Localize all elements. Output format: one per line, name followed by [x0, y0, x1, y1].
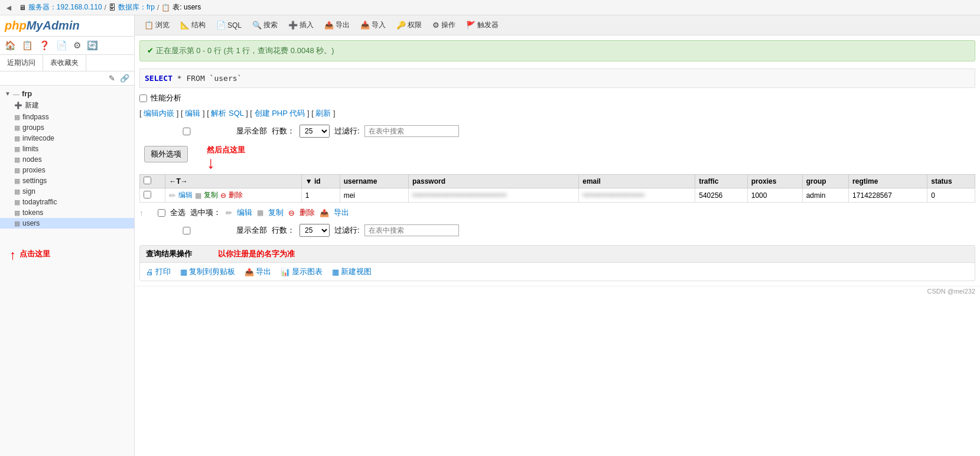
link-icon[interactable]: 🔗	[120, 74, 129, 83]
delete-action[interactable]: 删除	[229, 190, 243, 200]
back-arrow[interactable]: ◄	[5, 3, 13, 12]
db-frp[interactable]: ▼ — frp	[0, 88, 134, 99]
select-all-checkbox[interactable]	[144, 177, 151, 184]
table-item-nodes[interactable]: ▦ nodes	[0, 154, 134, 165]
search-btn[interactable]: 🔍 搜索	[248, 18, 282, 32]
sep2: /	[157, 4, 159, 12]
th-checkbox	[140, 175, 165, 188]
settings-icon[interactable]: ⚙	[73, 40, 81, 51]
operations-btn[interactable]: ⚙ 操作	[428, 18, 460, 32]
export-results-label: 导出	[256, 266, 271, 277]
tab-bookmarks[interactable]: 表收藏夹	[43, 55, 86, 71]
th-email[interactable]: email	[579, 175, 695, 188]
table-item-new[interactable]: ➕ 新建	[0, 99, 134, 112]
table-label-proxies: proxies	[22, 166, 45, 174]
table-item-todaytraffic[interactable]: ▦ todaytraffic	[0, 197, 134, 207]
sql-label: SQL	[227, 21, 242, 30]
th-id[interactable]: ▼ id	[301, 175, 340, 188]
triggers-btn[interactable]: 🚩 触发器	[461, 18, 503, 32]
delete-action-icon: ⊖	[220, 191, 226, 200]
home-icon[interactable]: 🏠	[5, 40, 16, 51]
edit-link[interactable]: 编辑	[185, 109, 200, 118]
privileges-icon: 🔑	[396, 21, 406, 30]
edit-action[interactable]: 编辑	[178, 190, 193, 200]
tab-recent[interactable]: 近期访问	[0, 55, 43, 71]
alert-success: 正在显示第 0 - 0 行 (共 1 行，查询花费 0.0048 秒。)	[139, 40, 975, 61]
sql-icon[interactable]: 📋	[22, 40, 33, 51]
th-status[interactable]: status	[927, 175, 975, 188]
db-link[interactable]: 数据库：frp	[118, 2, 155, 12]
copy-clipboard-link[interactable]: ▦ 复制到剪贴板	[180, 266, 235, 277]
table-icon-nodes: ▦	[14, 156, 20, 164]
refresh-link[interactable]: 刷新	[315, 109, 331, 118]
sql-btn[interactable]: 📄 SQL	[211, 18, 246, 32]
table-item-invitecode[interactable]: ▦ invitecode	[0, 133, 134, 144]
th-proxies[interactable]: proxies	[747, 175, 802, 188]
table-item-limits[interactable]: ▦ limits	[0, 144, 134, 154]
doc-icon[interactable]: 📄	[56, 40, 67, 51]
privileges-btn[interactable]: 🔑 权限	[392, 18, 426, 32]
th-regtime[interactable]: regtime	[849, 175, 927, 188]
structure-btn[interactable]: 📐 结构	[175, 18, 210, 32]
copy-action[interactable]: 复制	[204, 190, 218, 200]
row-select-checkbox[interactable]	[144, 191, 151, 198]
table-item-groups[interactable]: ▦ groups	[0, 122, 134, 133]
export-results-link[interactable]: 📤 导出	[245, 266, 271, 277]
sql-box: SELECT * FROM `users`	[139, 69, 975, 88]
export-bottom-link[interactable]: 导出	[334, 207, 349, 218]
server-link[interactable]: 服务器：192.168.0.110	[28, 2, 102, 12]
sidebar-header: phpMyAdmin	[0, 15, 134, 37]
new-view-link[interactable]: ▦ 新建视图	[332, 266, 372, 277]
create-php-link[interactable]: 创建 PHP 代码	[255, 109, 305, 118]
th-password[interactable]: password	[409, 175, 579, 188]
export-btn[interactable]: 📤 导出	[320, 18, 354, 32]
logo-myadmin: MyAdmin	[27, 19, 80, 32]
rows-select-bottom[interactable]: 25 50 100	[299, 224, 330, 237]
table-item-settings[interactable]: ▦ settings	[0, 175, 134, 186]
show-all-label-bottom: 显示全部	[139, 225, 267, 236]
select-all-bottom-label: 全选	[170, 207, 185, 218]
perf-checkbox[interactable]	[139, 95, 147, 102]
sql-keyword: SELECT	[145, 74, 172, 83]
edit-bottom-link[interactable]: 编辑	[237, 207, 252, 218]
search-icon: 🔍	[252, 21, 262, 30]
print-icon: 🖨	[146, 268, 154, 276]
perf-row: 性能分析	[139, 93, 975, 103]
browse-btn[interactable]: 📋 浏览	[139, 18, 174, 32]
extra-options-btn[interactable]: 额外选项	[144, 146, 188, 162]
export-icon: 📤	[324, 21, 334, 30]
filter-input-bottom[interactable]	[364, 224, 459, 236]
logo[interactable]: phpMyAdmin	[5, 19, 129, 32]
copy-action-icon: ▦	[195, 191, 201, 200]
insert-btn[interactable]: ➕ 插入	[284, 18, 318, 32]
th-traffic[interactable]: traffic	[695, 175, 748, 188]
table-item-proxies[interactable]: ▦ proxies	[0, 165, 134, 175]
row-group: admin	[802, 188, 848, 203]
table-item-sign[interactable]: ▦ sign	[0, 186, 134, 197]
delete-bottom-link[interactable]: 删除	[299, 207, 315, 218]
th-username[interactable]: username	[340, 175, 408, 188]
print-link[interactable]: 🖨 打印	[146, 266, 171, 277]
query-results-header[interactable]: 查询结果操作 以你注册是的名字为准	[140, 246, 975, 263]
pencil-icon[interactable]: ✎	[109, 74, 115, 83]
query-results-section: 查询结果操作 以你注册是的名字为准 🖨 打印 ▦ 复制到剪贴板 📤 导出 📊	[139, 245, 975, 281]
help-icon[interactable]: ❓	[39, 40, 50, 51]
refresh-icon[interactable]: 🔄	[87, 40, 98, 51]
show-all-text-bottom: 显示全部	[236, 225, 267, 236]
filter-input-top[interactable]	[364, 125, 459, 137]
table-item-tokens[interactable]: ▦ tokens	[0, 207, 134, 218]
show-all-checkbox-top[interactable]	[139, 128, 234, 135]
th-group[interactable]: group	[802, 175, 848, 188]
import-btn[interactable]: 📥 导入	[356, 18, 390, 32]
table-item-users[interactable]: ▦ users	[0, 218, 134, 229]
filter-label-top: 过滤行:	[334, 126, 360, 136]
chart-link[interactable]: 📊 显示图表	[281, 266, 323, 277]
edit-inline-link[interactable]: 编辑内嵌	[144, 109, 174, 118]
rows-select-top[interactable]: 25 50 100	[299, 125, 330, 138]
table-item-findpass[interactable]: ▦ findpass	[0, 112, 134, 122]
select-all-bottom-checkbox[interactable]	[158, 209, 165, 217]
show-all-checkbox-bottom[interactable]	[139, 227, 234, 234]
perf-label: 性能分析	[151, 93, 181, 103]
parse-sql-link[interactable]: 解析 SQL	[211, 109, 243, 118]
copy-bottom-link[interactable]: 复制	[268, 207, 284, 218]
